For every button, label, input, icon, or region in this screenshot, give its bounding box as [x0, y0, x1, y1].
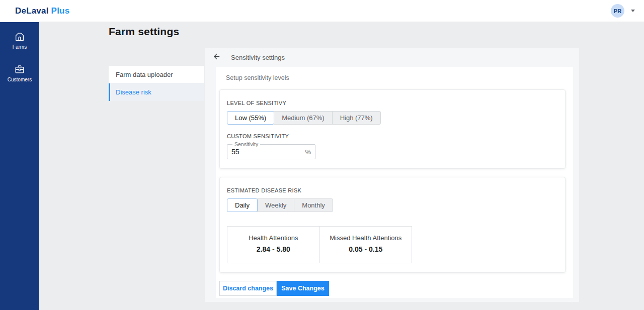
estimated-disease-risk-label: ESTIMATED DISEASE RISK	[227, 187, 558, 193]
sensitivity-level-section: LEVEL OF SENSITIVY Low (55%) Medium (67%…	[219, 89, 566, 169]
period-daily-button[interactable]: Daily	[227, 198, 258, 212]
sidebar-item-label: Farms	[13, 44, 27, 50]
health-attentions-cell: Health Attentions 2.84 - 5.80	[227, 227, 319, 263]
percent-suffix: %	[305, 148, 311, 156]
subnav-item-farm-data-uploader[interactable]: Farm data uploader	[109, 66, 204, 83]
stat-value: 0.05 - 0.15	[323, 245, 409, 253]
sidebar-item-farms[interactable]: Farms	[0, 30, 39, 51]
arrow-left-icon	[212, 52, 221, 63]
top-header: DeLavalPlus PR	[0, 0, 644, 22]
logo-text-primary: DeLaval	[15, 6, 49, 16]
stat-label: Missed Health Attentions	[323, 234, 409, 242]
actions-row: Discard changes Save Changes	[219, 281, 566, 296]
settings-card: Setup sensitivity levels LEVEL OF SENSIT…	[216, 67, 573, 298]
sensitivity-high-button[interactable]: High (77%)	[332, 111, 381, 125]
sensitivity-field: Sensitivity %	[227, 141, 315, 159]
estimated-disease-risk-section: ESTIMATED DISEASE RISK Daily Weekly Mont…	[219, 177, 566, 273]
card-subtitle: Setup sensitivity levels	[226, 74, 566, 81]
briefcase-icon	[14, 64, 25, 75]
chevron-down-icon[interactable]	[631, 10, 635, 12]
barn-icon	[14, 31, 25, 42]
period-toggle-group: Daily Weekly Monthly	[227, 198, 333, 212]
sensitivity-level-toggle-group: Low (55%) Medium (67%) High (77%)	[227, 111, 381, 125]
period-monthly-button[interactable]: Monthly	[294, 198, 333, 212]
settings-subnav: Farm data uploader Disease risk	[109, 66, 204, 101]
sensitivity-medium-button[interactable]: Medium (67%)	[274, 111, 333, 125]
subnav-item-disease-risk[interactable]: Disease risk	[109, 83, 204, 101]
sidebar-item-label: Customers	[8, 77, 32, 82]
app-root: DeLavalPlus PR Farms	[0, 0, 644, 310]
sidebar: Farms Customers	[0, 22, 39, 310]
risk-stats-table: Health Attentions 2.84 - 5.80 Missed Hea…	[227, 226, 412, 263]
sidebar-item-customers[interactable]: Customers	[0, 63, 39, 83]
sensitivity-settings-panel: Sensitivity settings Setup sensitivity l…	[205, 48, 579, 302]
panel-title: Sensitivity settings	[231, 54, 285, 61]
period-weekly-button[interactable]: Weekly	[257, 198, 294, 212]
level-of-sensitivity-label: LEVEL OF SENSITIVY	[227, 100, 558, 106]
sensitivity-input[interactable]	[231, 148, 305, 156]
sensitivity-low-button[interactable]: Low (55%)	[227, 111, 274, 125]
user-menu[interactable]: PR	[611, 4, 635, 18]
stat-label: Health Attentions	[230, 234, 316, 242]
missed-health-attentions-cell: Missed Health Attentions 0.05 - 0.15	[319, 227, 412, 263]
avatar[interactable]: PR	[611, 4, 624, 18]
discard-changes-button[interactable]: Discard changes	[219, 281, 277, 296]
page-title: Farm settings	[109, 26, 179, 38]
panel-header: Sensitivity settings	[205, 48, 579, 67]
sensitivity-field-label: Sensitivity	[232, 141, 260, 147]
delaval-plus-logo[interactable]: DeLavalPlus	[15, 6, 69, 16]
stat-value: 2.84 - 5.80	[230, 245, 316, 253]
back-button[interactable]	[210, 51, 222, 63]
logo-text-accent: Plus	[51, 6, 70, 16]
save-changes-button[interactable]: Save Changes	[277, 281, 329, 296]
custom-sensitivity-label: CUSTOM SENSITIVITY	[227, 133, 558, 139]
